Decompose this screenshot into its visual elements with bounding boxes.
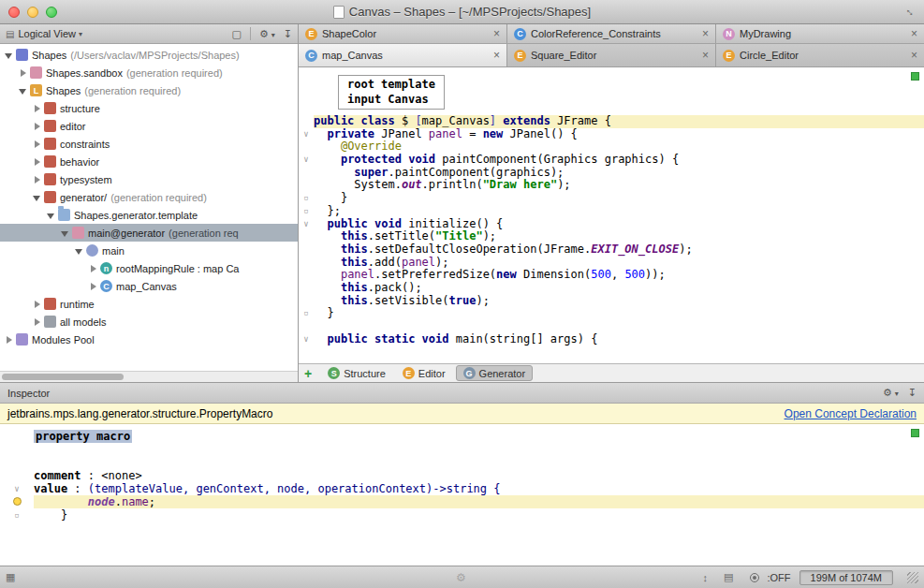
tree-item-runtime[interactable]: runtime bbox=[0, 295, 298, 313]
tab-square-editor[interactable]: ESquare_Editor× bbox=[507, 44, 716, 66]
inspector-editor[interactable]: property macrocomment : <none>∨value : (… bbox=[0, 424, 924, 566]
chev-gutter-icon[interactable]: ∨ bbox=[299, 154, 314, 167]
open-concept-declaration-link[interactable]: Open Concept Declaration bbox=[785, 407, 917, 420]
code-line[interactable]: panel.setPreferredSize(new Dimension(500… bbox=[299, 269, 924, 282]
resize-grip[interactable] bbox=[907, 572, 918, 583]
fullscreen-icon[interactable]: ↔ bbox=[902, 3, 919, 20]
expander-right-icon[interactable] bbox=[88, 281, 98, 291]
tree-item-shapes[interactable]: Shapes (/Users/vaclav/MPSProjects/Shapes… bbox=[0, 46, 298, 64]
tree-item-editor[interactable]: editor bbox=[0, 117, 298, 135]
tab-colorreference-constraints[interactable]: CColorReference_Constraints× bbox=[507, 24, 716, 43]
aspect-tab-structure[interactable]: SStructure bbox=[321, 366, 392, 380]
code-line[interactable]: ∨ private JPanel panel = new JPanel() { bbox=[299, 128, 924, 141]
gear-icon[interactable]: ⚙▾ bbox=[259, 28, 275, 40]
code-line[interactable]: ▫ }; bbox=[299, 205, 924, 218]
code-line[interactable]: ∨ public void initialize() { bbox=[299, 218, 924, 231]
expander-down-icon[interactable] bbox=[74, 245, 84, 256]
code-line[interactable]: ▫ } bbox=[299, 307, 924, 320]
expander-right-icon[interactable] bbox=[32, 139, 42, 149]
code-line[interactable]: System.out.println("Draw here"); bbox=[299, 179, 924, 192]
code-line[interactable]: super.paintComponent(graphics); bbox=[299, 167, 924, 180]
template-header-box[interactable]: root template input Canvas bbox=[338, 75, 445, 110]
expander-down-icon[interactable] bbox=[32, 192, 42, 202]
tree-item-main-generator[interactable]: main@generator (generation req bbox=[0, 224, 298, 242]
add-aspect-button[interactable]: + bbox=[304, 367, 312, 380]
bulb-gutter-icon[interactable] bbox=[0, 495, 34, 508]
tab-circle-editor[interactable]: ECircle_Editor× bbox=[716, 44, 924, 66]
tab-map-canvas[interactable]: Cmap_Canvas× bbox=[299, 44, 507, 66]
scroll-position-icon[interactable]: ↕ bbox=[703, 572, 709, 583]
code-line[interactable]: public class $ [map_Canvas] extends JFra… bbox=[299, 115, 924, 128]
code-line[interactable] bbox=[299, 320, 924, 333]
expander-right-icon[interactable] bbox=[32, 316, 42, 327]
tree-item-all-models[interactable]: all models bbox=[0, 313, 298, 331]
tree-item-main[interactable]: main bbox=[0, 242, 298, 259]
code-line[interactable]: this.setDefaultCloseOperation(JFrame.EXI… bbox=[299, 243, 924, 257]
editor-code-area[interactable]: root template input Canvas public class … bbox=[299, 67, 924, 363]
close-tab-icon[interactable]: × bbox=[911, 50, 917, 61]
tree-horizontal-scrollbar[interactable] bbox=[0, 371, 298, 382]
expander-right-icon[interactable] bbox=[18, 67, 28, 78]
code-line[interactable]: ▫ } bbox=[299, 192, 924, 205]
close-tab-icon[interactable]: × bbox=[702, 28, 709, 39]
hide-inspector-icon[interactable]: ↧ bbox=[908, 387, 917, 399]
expander-right-icon[interactable] bbox=[32, 156, 42, 167]
view-selector[interactable]: Logical View bbox=[18, 28, 76, 39]
chevron-down-icon[interactable]: ▾ bbox=[79, 30, 82, 38]
tree-item-generator[interactable]: generator/ (generation required) bbox=[0, 188, 298, 206]
scrollbar-thumb[interactable] bbox=[2, 374, 124, 380]
tab-mydrawing[interactable]: NMyDrawing× bbox=[716, 24, 924, 43]
code-line[interactable] bbox=[0, 456, 924, 469]
expander-right-icon[interactable] bbox=[32, 121, 42, 131]
tree-item-typesystem[interactable]: typesystem bbox=[0, 170, 298, 188]
aspect-tab-generator[interactable]: GGenerator bbox=[456, 365, 534, 381]
tree-item-shapes[interactable]: LShapes (generation required) bbox=[0, 81, 298, 99]
tree-item-shapes-generator-template[interactable]: Shapes.generator.template bbox=[0, 206, 298, 224]
hide-panel-icon[interactable]: ↧ bbox=[284, 28, 292, 40]
tree-item-rootmappingrule-map-ca[interactable]: nrootMappingRule : map Ca bbox=[0, 259, 298, 277]
code-line[interactable]: this.pack(); bbox=[299, 282, 924, 295]
code-line[interactable]: this.setVisible(true); bbox=[299, 295, 924, 308]
code-line[interactable]: ∨value : (templateValue, genContext, nod… bbox=[0, 482, 924, 495]
zoom-window-button[interactable] bbox=[46, 7, 57, 18]
inspector-gear-icon[interactable]: ⚙▾ bbox=[883, 387, 899, 399]
expander-down-icon[interactable] bbox=[4, 50, 14, 60]
chev-gutter-icon[interactable]: ∨ bbox=[299, 333, 314, 346]
expander-right-icon[interactable] bbox=[32, 299, 42, 309]
expander-right-icon[interactable] bbox=[4, 334, 14, 345]
tree-item-structure[interactable]: structure bbox=[0, 99, 298, 117]
minimize-window-button[interactable] bbox=[27, 7, 38, 18]
float-panel-icon[interactable]: ▢ bbox=[231, 28, 241, 40]
sq-gutter-icon[interactable]: ▫ bbox=[299, 307, 314, 320]
aspect-tab-editor[interactable]: EEditor bbox=[396, 366, 452, 380]
code-line[interactable]: @Override bbox=[299, 140, 924, 154]
code-line[interactable]: ∨ protected void paintComponent(Graphics… bbox=[299, 154, 924, 167]
expander-down-icon[interactable] bbox=[60, 228, 70, 238]
tree-item-map-canvas[interactable]: Cmap_Canvas bbox=[0, 277, 298, 295]
close-tab-icon[interactable]: × bbox=[493, 50, 500, 61]
tab-shapecolor[interactable]: EShapeColor× bbox=[299, 24, 507, 43]
close-window-button[interactable] bbox=[8, 7, 20, 18]
chev-gutter-icon[interactable]: ∨ bbox=[0, 482, 34, 495]
highlighting-level-icon[interactable]: ▤ bbox=[724, 571, 733, 583]
sq-gutter-icon[interactable]: ▫ bbox=[299, 192, 314, 205]
expander-down-icon[interactable] bbox=[46, 210, 56, 220]
sq-gutter-icon[interactable]: ▫ bbox=[299, 205, 314, 218]
power-save-status[interactable]: :OFF bbox=[768, 572, 791, 583]
tree-item-shapes-sandbox[interactable]: Shapes.sandbox (generation required) bbox=[0, 64, 298, 81]
memory-indicator[interactable]: 199M of 1074M bbox=[799, 570, 893, 585]
tree-item-constraints[interactable]: constraints bbox=[0, 135, 298, 153]
code-line[interactable]: property macro bbox=[0, 430, 924, 443]
code-line[interactable] bbox=[0, 443, 924, 456]
close-tab-icon[interactable]: × bbox=[493, 28, 500, 39]
close-tab-icon[interactable]: × bbox=[702, 50, 709, 61]
code-line[interactable]: this.setTitle("Title"); bbox=[299, 230, 924, 243]
code-line[interactable]: this.add(panel); bbox=[299, 257, 924, 270]
code-line[interactable]: ∨ public static void main(string[] args)… bbox=[299, 333, 924, 346]
chev-gutter-icon[interactable]: ∨ bbox=[299, 128, 314, 141]
generation-status-icon[interactable] bbox=[750, 573, 759, 582]
code-line[interactable]: ▫ } bbox=[0, 508, 924, 522]
chev-gutter-icon[interactable]: ∨ bbox=[299, 218, 314, 231]
expander-down-icon[interactable] bbox=[18, 85, 28, 96]
expander-right-icon[interactable] bbox=[32, 174, 42, 184]
